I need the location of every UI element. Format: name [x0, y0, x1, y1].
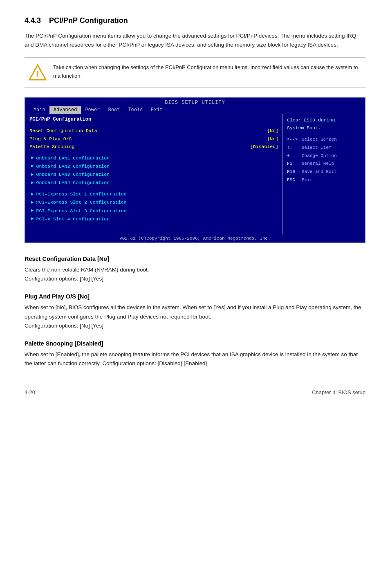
key-row-save-exit: F10 Save and Exit [287, 168, 361, 176]
bios-content: PCI/PnP Configuration Reset Configuratio… [25, 114, 365, 234]
subsection-plug-body: When set to [No], BIOS configures all th… [25, 303, 365, 330]
intro-paragraph: The PCI/PnP Configuration menu items all… [25, 31, 365, 49]
bios-topbar: BIOS SETUP UTILITY [25, 98, 365, 106]
subsection-reset-title: Reset Configuration Data [No] [25, 256, 365, 262]
subsection-reset-config: Reset Configuration Data [No] Clears the… [25, 256, 365, 284]
key-select-screen-key: <--> [287, 136, 299, 144]
key-general-help-action: General Help [302, 160, 334, 168]
bios-tab-boot[interactable]: Boot [104, 106, 124, 114]
subsection-plug-title: Plug And Play O/S [No] [25, 293, 365, 300]
key-save-exit-key: F10 [287, 168, 299, 176]
bios-config-row-reset: Reset Configuration Data [No] [29, 127, 278, 135]
page-footer: 4-20 Chapter 4: BIOS setup [25, 385, 365, 395]
subsection-palette-body: When set to [Enabled], the pallete snoop… [25, 350, 365, 368]
key-row-esc: ESC Exit [287, 176, 361, 184]
section-heading: 4.4.3 PCI/PnP Configuration [25, 16, 365, 25]
bios-submenu-lan4[interactable]: ► Onboard LAN4 Configuration [29, 179, 278, 187]
arrow-icon-pcix4: ► [31, 215, 34, 223]
bios-right-panel: Clear ESCD duringSystem Boot. <--> Selec… [283, 114, 365, 234]
reset-config-label: Reset Configuration Data [29, 127, 97, 135]
caution-icon: ! [29, 63, 47, 81]
key-select-item-action: Select Item [302, 144, 332, 152]
key-save-exit-action: Save and Exit [302, 168, 337, 176]
key-row-select-screen: <--> Select Screen [287, 136, 361, 144]
bios-submenu-pcie2[interactable]: ► PCI-Express Slot 2 Configuration [29, 198, 278, 206]
subsection-palette: Palette Snooping [Disabled] When set to … [25, 340, 365, 368]
footer-page-number: 4-20 [25, 389, 35, 395]
svg-text:!: ! [36, 69, 39, 79]
bios-submenu-pcie1[interactable]: ► PCI-Express Slot 1 Configuration [29, 190, 278, 198]
key-general-help-key: F1 [287, 160, 299, 168]
bios-tab-advanced[interactable]: Advanced [49, 106, 81, 114]
bios-tab-main[interactable]: Main [29, 106, 49, 114]
arrow-icon-pcie3: ► [31, 207, 34, 215]
plug-play-value: [No] [267, 135, 278, 143]
bios-submenu-lan1[interactable]: ► Onboard LAN1 Configuration [29, 154, 278, 162]
bios-tab-tools[interactable]: Tools [124, 106, 147, 114]
arrow-icon-pcie2: ► [31, 199, 34, 206]
bios-submenu-pcie3[interactable]: ► PCI-Express Slot 3 Configuration [29, 207, 278, 215]
bios-config-row-palette: Palette Snooping [Disabled] [29, 143, 278, 151]
bios-tabs: Main Advanced Power Boot Tools Exit [25, 106, 365, 114]
key-select-item-key: ↑↓ [287, 144, 299, 152]
arrow-icon-lan2: ► [31, 162, 34, 170]
section-number: 4.4.3 [25, 16, 41, 25]
key-change-option-action: Change Option [302, 152, 337, 160]
arrow-icon-lan4: ► [31, 179, 34, 187]
bios-tab-exit[interactable]: Exit [147, 106, 167, 114]
bios-config-row-plug: Plug & Play O/S [No] [29, 135, 278, 143]
bios-submenu-lan2[interactable]: ► Onboard LAN2 Configuration [29, 162, 278, 171]
key-select-screen-action: Select Screen [302, 136, 337, 144]
palette-label: Palette Snooping [29, 143, 74, 151]
key-row-general-help: F1 General Help [287, 160, 361, 168]
bios-tab-power[interactable]: Power [81, 106, 104, 114]
bios-footer: v02.61 (C)Copyright 1985-2006, American … [25, 234, 365, 242]
bios-left-panel: PCI/PnP Configuration Reset Configuratio… [25, 114, 283, 234]
bios-key-help: <--> Select Screen ↑↓ Select Item +- Cha… [287, 136, 361, 184]
bios-submenu-pcix4[interactable]: ► PCI-X Slot 4 Configuration [29, 215, 278, 223]
bios-help-text: Clear ESCD duringSystem Boot. [287, 117, 361, 132]
subsection-plug-play: Plug And Play O/S [No] When set to [No],… [25, 293, 365, 330]
subsection-reset-body: Clears the non-volatile RAM (NVRAM) duri… [25, 265, 365, 284]
bios-section-title: PCI/PnP Configuration [29, 117, 278, 124]
key-row-select-item: ↑↓ Select Item [287, 144, 361, 152]
subsection-palette-title: Palette Snooping [Disabled] [25, 340, 365, 347]
key-esc-key: ESC [287, 176, 299, 184]
palette-value: [Disabled] [250, 143, 278, 151]
key-esc-action: Exit [302, 176, 312, 184]
key-row-change-option: +- Change Option [287, 152, 361, 160]
plug-play-label: Plug & Play O/S [29, 135, 72, 143]
arrow-icon-pcie1: ► [31, 191, 34, 198]
caution-box: ! Take caution when changing the setting… [25, 57, 365, 88]
key-change-option-key: +- [287, 152, 299, 160]
caution-text: Take caution when changing the settings … [53, 63, 361, 81]
arrow-icon-lan1: ► [31, 154, 34, 162]
reset-config-value: [No] [267, 127, 278, 135]
bios-container: BIOS SETUP UTILITY Main Advanced Power B… [25, 97, 365, 243]
footer-chapter: Chapter 4: BIOS setup [312, 389, 365, 395]
bios-submenu-lan3[interactable]: ► Onboard LAN3 Configuration [29, 171, 278, 179]
arrow-icon-lan3: ► [31, 171, 34, 179]
section-title: PCI/PnP Configuration [49, 16, 128, 25]
